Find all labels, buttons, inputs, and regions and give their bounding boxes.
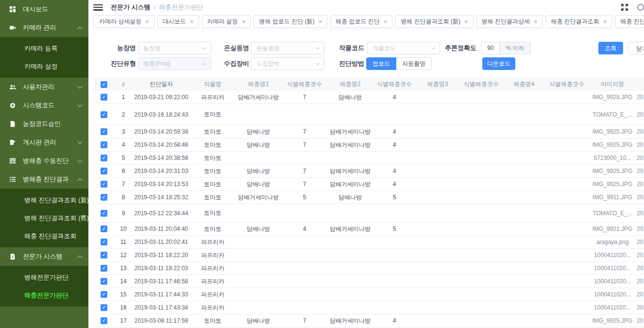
cell-extra: 2018 <box>637 128 644 135</box>
chevron-down-icon <box>78 158 83 163</box>
row-checkbox[interactable]: ✓ <box>101 278 107 285</box>
close-button[interactable]: 닫기 <box>628 42 644 54</box>
greenhouse-select[interactable]: 온실동명 <box>251 42 324 54</box>
sidebar-item[interactable]: 병해충 진단결과 <box>0 170 88 189</box>
tab-close-icon[interactable]: × <box>242 18 246 25</box>
table-row: ✓12019-03-21 09:22:00파프리카담배거세미나방7담배나방4IM… <box>94 91 644 104</box>
column-header: 해충명4 <box>503 80 545 88</box>
tab-label: 해충 진단결과상세 <box>620 17 644 26</box>
expert-icon <box>9 253 17 260</box>
tab-close-icon[interactable]: × <box>603 18 607 25</box>
search-button[interactable]: 조회 <box>598 42 623 54</box>
tab[interactable]: 카메라 설정× <box>202 15 251 28</box>
sidebar-item[interactable]: 전문가 시스템 <box>0 247 88 266</box>
cell-num: 8 <box>115 194 132 201</box>
row-checkbox[interactable]: ✓ <box>101 252 107 259</box>
cell-extra: 2019 <box>637 252 644 259</box>
cell-num: 9 <box>115 210 132 217</box>
greenhouse-select-placeholder: 온실동명 <box>256 44 280 52</box>
sidebar-subitem[interactable]: 해충 진단결과조회 <box>0 227 88 245</box>
tab-close-icon[interactable]: × <box>318 18 322 25</box>
sidebar-subitem-active[interactable]: 해충전문가판단 <box>0 286 88 304</box>
cell-num: 11 <box>115 239 132 245</box>
sidebar-item[interactable]: 카메라 관리 <box>0 18 88 37</box>
cell-cnt1: 5 <box>282 194 327 201</box>
tab[interactable]: 해충 업로드 진단× <box>330 15 392 28</box>
row-checkbox[interactable]: ✓ <box>101 317 107 324</box>
row-checkbox[interactable]: ✓ <box>101 225 107 232</box>
diagnosis-type-select[interactable]: 해충(Pest) <box>138 57 211 70</box>
breadcrumb-section: 전문가 시스템 <box>111 3 151 12</box>
sidebar-subitem[interactable]: 병해 진단결과조회 (新) <box>0 191 88 209</box>
cell-cnt2: 4 <box>373 317 415 324</box>
sidebar-subitem[interactable]: 병해 진단결과조회 (舊) <box>0 209 88 227</box>
download-button[interactable]: 다운로드 <box>482 57 515 70</box>
row-checkbox[interactable]: ✓ <box>101 181 107 188</box>
cell-pest2: 담배거세미나방 <box>327 317 373 325</box>
row-checkbox[interactable]: ✓ <box>101 94 107 101</box>
tab-close-icon[interactable]: × <box>534 18 538 25</box>
cell-num: 2 <box>115 111 132 118</box>
sidebar-subitem[interactable]: 카메라 등록 <box>0 39 88 57</box>
device-select[interactable]: 수집장비 <box>251 57 324 70</box>
sidebar-item[interactable]: 게시판 관리 <box>0 133 88 152</box>
tab-label: 병해 진단결과조회 (新) <box>401 17 460 26</box>
hamburger-icon[interactable] <box>93 4 103 11</box>
tab[interactable]: 병해 업로드 진단 (新)× <box>254 15 327 28</box>
row-checkbox[interactable]: ✓ <box>101 239 107 245</box>
tab-close-icon[interactable]: × <box>384 18 388 25</box>
cell-image: 1000411020... <box>588 291 637 298</box>
chevron-down-icon <box>78 84 83 89</box>
row-checkbox[interactable]: ✓ <box>101 155 107 161</box>
row-checkbox[interactable]: ✓ <box>101 304 107 311</box>
tab[interactable]: 대시보드× <box>157 15 199 28</box>
sidebar-item-label: 카메라 관리 <box>23 23 78 32</box>
farm-select[interactable]: 농장명 <box>138 42 211 54</box>
cell-image: 1000411020... <box>588 304 637 311</box>
cell-date: 2019-03-11 18:22:03 <box>132 265 191 272</box>
sidebar-item[interactable]: 농장코드승인 <box>0 115 88 133</box>
row-checkbox[interactable]: ✓ <box>101 141 107 148</box>
method-upload-button[interactable]: 업로드 <box>366 57 396 70</box>
sidebar-item[interactable]: 대시보드 <box>0 0 88 18</box>
row-checkbox[interactable]: ✓ <box>101 265 107 272</box>
row-checkbox[interactable]: ✓ <box>101 210 107 217</box>
cell-extra: 2019 <box>637 111 644 118</box>
cell-date: 2019-03-14 20:13:53 <box>132 181 191 188</box>
sidebar-item[interactable]: 시스템코드 <box>0 96 88 115</box>
clipped-right-icon[interactable] <box>637 4 644 11</box>
cell-cnt2: 4 <box>373 128 415 135</box>
sidebar-subitem[interactable]: 병해전문가판단 <box>0 268 88 286</box>
tab-close-icon[interactable]: × <box>190 18 194 25</box>
tab-close-icon[interactable]: × <box>464 18 468 25</box>
cell-num: 5 <box>115 155 132 161</box>
row-checkbox[interactable]: ✓ <box>101 128 107 135</box>
tab[interactable]: 해충 진단결과조회× <box>546 15 612 28</box>
crop-select[interactable]: 작물코드 <box>367 42 440 54</box>
sidebar-item[interactable]: 사용자관리 <box>0 78 88 96</box>
row-checkbox[interactable]: ✓ <box>101 194 107 201</box>
cell-extra: 2018 <box>637 225 644 232</box>
tab[interactable]: 카메라 상세설정× <box>94 15 154 28</box>
cell-num: 6 <box>115 168 132 174</box>
sidebar-subitem[interactable]: 카메라 설정 <box>0 57 88 75</box>
tab-close-icon[interactable]: × <box>145 18 149 25</box>
sidebar-item-label: 농장코드승인 <box>23 120 82 128</box>
tab[interactable]: 병해 진단결과조회 (新)× <box>395 15 473 28</box>
row-checkbox[interactable]: ✓ <box>101 291 107 298</box>
table-row: ✓92019-03-12 22:34:44토마토TOMATO_E_...2019 <box>94 204 644 223</box>
row-checkbox[interactable]: ✓ <box>101 111 107 118</box>
row-checkbox[interactable]: ✓ <box>101 168 107 174</box>
tab[interactable]: 해충 진단결과상세× <box>615 15 644 28</box>
fullscreen-icon[interactable] <box>621 3 628 11</box>
select-all-checkbox[interactable]: ✓ <box>101 81 107 88</box>
row-checkbox-cell: ✓ <box>94 239 115 245</box>
method-auto-button[interactable]: 자동촬영 <box>396 57 432 70</box>
topbar-actions <box>621 3 639 11</box>
accuracy-addon: % 이하 <box>500 42 531 54</box>
accuracy-input[interactable] <box>481 42 500 54</box>
sidebar-item[interactable]: 병해충 수동진단 <box>0 152 88 170</box>
tab[interactable]: 병해 진단결과상세× <box>476 15 543 28</box>
cell-num: 15 <box>115 291 132 298</box>
row-checkbox-cell: ✓ <box>94 210 115 217</box>
